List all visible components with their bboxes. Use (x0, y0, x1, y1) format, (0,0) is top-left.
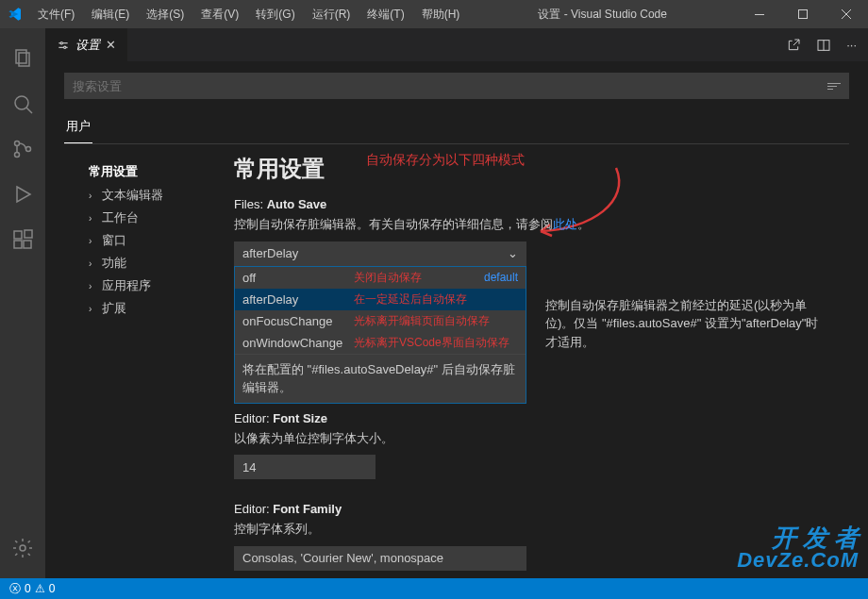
svg-rect-1 (799, 10, 808, 19)
setting-description: 控制字体系列。 (234, 520, 849, 539)
toc-text-editor[interactable]: ›文本编辑器 (64, 184, 225, 207)
menu-view[interactable]: 查看(V) (193, 3, 246, 26)
window-title: 设置 - Visual Studio Code (467, 7, 738, 23)
autosave-dropdown-info: 将在配置的 "#files.autoSaveDelay#" 后自动保存脏编辑器。 (235, 354, 526, 403)
setting-description: 控制自动保存脏编辑器。有关自动保存的详细信息，请参阅此处。 (234, 215, 849, 234)
group-title: 常用设置 (234, 154, 849, 184)
toc-workbench[interactable]: ›工作台 (64, 207, 225, 229)
scope-tabs: 用户 (64, 112, 849, 144)
chevron-right-icon: › (89, 191, 98, 201)
svg-point-9 (15, 153, 20, 158)
open-settings-json-icon[interactable] (786, 38, 801, 53)
autosave-option-afterdelay[interactable]: afterDelay 在一定延迟后自动保存 (235, 289, 526, 310)
maximize-button[interactable] (781, 0, 825, 28)
setting-label: Editor: Font Size (234, 411, 849, 425)
toc-features[interactable]: ›功能 (64, 252, 225, 275)
filter-icon[interactable] (827, 83, 841, 90)
settings-gear-icon[interactable] (0, 525, 45, 571)
autosave-select[interactable]: afterDelay ⌄ (234, 241, 526, 266)
tab-label: 设置 (75, 37, 100, 54)
menu-file[interactable]: 文件(F) (30, 3, 82, 26)
fontfamily-input[interactable] (234, 546, 526, 571)
titlebar: 文件(F) 编辑(E) 选择(S) 查看(V) 转到(G) 运行(R) 终端(T… (0, 0, 868, 28)
activitybar (0, 28, 45, 578)
svg-line-7 (26, 108, 32, 113)
toc-application[interactable]: ›应用程序 (64, 275, 225, 297)
toc-extensions[interactable]: ›扩展 (64, 297, 225, 320)
vscode-logo-icon (8, 7, 23, 22)
split-editor-icon[interactable] (816, 38, 831, 53)
run-debug-icon[interactable] (0, 172, 45, 217)
svg-point-18 (60, 42, 62, 43)
svg-point-15 (20, 545, 25, 551)
svg-rect-13 (24, 241, 31, 248)
toc-window[interactable]: ›窗口 (64, 229, 225, 252)
svg-point-8 (15, 141, 20, 146)
menubar: 文件(F) 编辑(E) 选择(S) 查看(V) 转到(G) 运行(R) 终端(T… (30, 3, 467, 26)
menu-help[interactable]: 帮助(H) (414, 3, 468, 26)
setting-fontsize: Editor: Font Size 以像素为单位控制字体大小。 (234, 411, 849, 480)
scope-user-tab[interactable]: 用户 (64, 112, 92, 143)
autosave-value: afterDelay (242, 246, 298, 260)
autosave-option-onwindowchange[interactable]: onWindowChange 光标离开VSCode界面自动保存 (235, 332, 526, 354)
chevron-right-icon: › (89, 236, 98, 246)
menu-terminal[interactable]: 终端(T) (359, 3, 411, 26)
chevron-right-icon: › (89, 281, 98, 291)
chevron-right-icon: › (89, 304, 98, 314)
autosave-delay-description: 控制自动保存脏编辑器之前经过的延迟(以秒为单位)。仅当 "#files.auto… (545, 296, 828, 352)
warning-icon[interactable]: ⚠ (35, 582, 45, 595)
svg-point-6 (15, 96, 28, 109)
chevron-down-icon: ⌄ (508, 246, 518, 260)
settings-tab-icon (57, 39, 70, 52)
chevron-right-icon: › (89, 213, 98, 224)
svg-rect-14 (25, 230, 32, 238)
svg-point-19 (64, 46, 66, 48)
autosave-dropdown: off 关闭自动保存 default afterDelay 在一定延迟后自动保存… (234, 266, 526, 404)
settings-search-input[interactable] (73, 79, 820, 93)
setting-autosave: Files: Auto Save 控制自动保存脏编辑器。有关自动保存的详细信息，… (234, 197, 849, 266)
warning-count: 0 (49, 582, 56, 595)
search-icon[interactable] (0, 81, 45, 126)
setting-fontfamily: Editor: Font Family 控制字体系列。 (234, 502, 849, 571)
error-icon[interactable]: ⓧ (9, 581, 21, 597)
editor-area: 设置 ✕ ··· 用户 常用设置 ›文本编辑器 ›工作台 (45, 28, 868, 578)
menu-edit[interactable]: 编辑(E) (84, 3, 137, 26)
svg-rect-5 (19, 53, 29, 66)
editor-tabs: 设置 ✕ ··· (45, 28, 868, 61)
close-button[interactable] (825, 0, 868, 28)
menu-go[interactable]: 转到(G) (248, 3, 302, 26)
minimize-button[interactable] (738, 0, 781, 28)
settings-toc: 常用设置 ›文本编辑器 ›工作台 ›窗口 ›功能 ›应用程序 ›扩展 (64, 154, 225, 574)
svg-point-10 (26, 147, 31, 152)
error-count: 0 (25, 582, 31, 595)
window-controls (738, 0, 868, 28)
chevron-right-icon: › (89, 258, 98, 269)
setting-description: 以像素为单位控制字体大小。 (234, 429, 849, 448)
setting-label: Editor: Font Family (234, 502, 849, 516)
annotation-headline: 自动保存分为以下四种模式 (366, 152, 525, 169)
setting-label: Files: Auto Save (234, 197, 849, 211)
fontsize-input[interactable] (234, 455, 376, 479)
tab-settings[interactable]: 设置 ✕ (45, 28, 127, 61)
extensions-icon[interactable] (0, 217, 45, 262)
menu-selection[interactable]: 选择(S) (139, 3, 192, 26)
explorer-icon[interactable] (0, 36, 45, 81)
svg-rect-12 (14, 241, 22, 248)
tab-close-icon[interactable]: ✕ (106, 38, 116, 52)
toc-header[interactable]: 常用设置 (64, 159, 225, 184)
settings-body: 用户 常用设置 ›文本编辑器 ›工作台 ›窗口 ›功能 ›应用程序 ›扩展 常用… (45, 61, 868, 578)
tabs-actions: ··· (786, 38, 868, 53)
menu-run[interactable]: 运行(R) (305, 3, 359, 26)
svg-rect-0 (755, 14, 764, 15)
autosave-option-off[interactable]: off 关闭自动保存 default (235, 267, 526, 289)
autosave-option-onfocuschange[interactable]: onFocusChange 光标离开编辑页面自动保存 (235, 310, 526, 332)
statusbar: ⓧ0 ⚠0 (0, 578, 868, 599)
source-control-icon[interactable] (0, 126, 45, 172)
more-actions-icon[interactable]: ··· (846, 38, 857, 53)
autosave-doc-link[interactable]: 此处 (553, 217, 577, 231)
svg-rect-11 (14, 231, 22, 239)
svg-rect-4 (16, 50, 26, 63)
settings-list: 常用设置 自动保存分为以下四种模式 Files: Auto Save 控制自动保… (225, 154, 849, 574)
settings-search[interactable] (64, 73, 849, 99)
